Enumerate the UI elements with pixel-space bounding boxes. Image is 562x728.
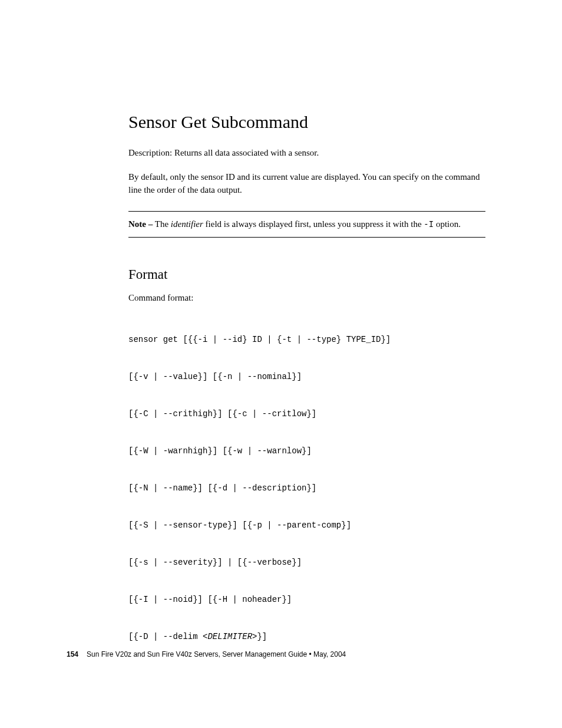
code-line: [{-I | --noid}] [{-H | noheader}] — [128, 594, 485, 606]
note-text-middle: field is always displayed first, unless … — [203, 219, 424, 229]
note-option: -I — [424, 220, 434, 229]
note-label: Note – — [128, 219, 153, 229]
page-content: Sensor Get Subcommand Description: Retur… — [0, 0, 562, 668]
code-line: [{-C | --crithigh}] [{-c | --critlow}] — [128, 408, 485, 420]
note-box: Note – The identifier field is always di… — [128, 211, 485, 238]
code-line: [{-N | --name}] [{-d | --description}] — [128, 482, 485, 495]
code-line: sensor get [{{-i | --id} ID | {-t | --ty… — [128, 334, 485, 346]
note-content: Note – The identifier field is always di… — [128, 218, 485, 231]
code-line: [{-S | --sensor-type}] [{-p | --parent-c… — [128, 519, 485, 532]
code-line: [{-s | --severity}] | [{--verbose}] — [128, 556, 485, 569]
note-text-before: The — [153, 219, 171, 229]
code-prefix: [{-D | --delim — [128, 632, 203, 641]
code-block: sensor get [{{-i | --id} ID | {-t | --ty… — [128, 309, 485, 668]
page-number: 154 — [67, 650, 78, 658]
description-text: Description: Returns all data associated… — [128, 146, 485, 160]
page-footer: 154Sun Fire V20z and Sun Fire V40z Serve… — [67, 650, 346, 658]
note-identifier: identifier — [171, 219, 203, 229]
code-line: [{-W | -warnhigh}] [{-w | --warnlow}] — [128, 445, 485, 457]
main-heading: Sensor Get Subcommand — [128, 112, 485, 132]
code-delimiter: <DELIMITER> — [203, 632, 257, 641]
body-text: By default, only the sensor ID and its c… — [128, 170, 485, 197]
command-format-label: Command format: — [128, 293, 485, 303]
code-suffix: }] — [257, 632, 267, 641]
code-line: [{-v | --value}] [{-n | --nominal}] — [128, 371, 485, 383]
note-text-after: option. — [434, 219, 461, 229]
footer-text: Sun Fire V20z and Sun Fire V40z Servers,… — [87, 650, 346, 658]
code-line: [{-D | --delim <DELIMITER>}] — [128, 631, 485, 643]
format-heading: Format — [128, 267, 485, 282]
